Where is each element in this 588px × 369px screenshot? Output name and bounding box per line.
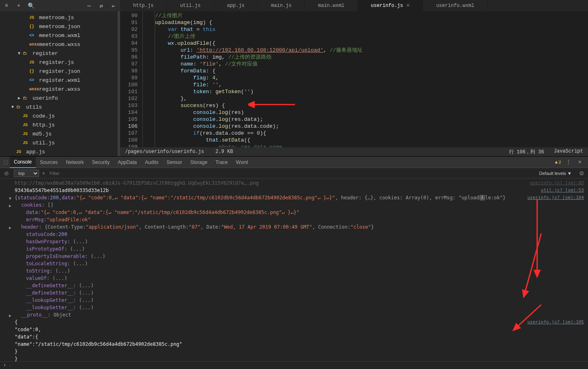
tab-label: userinfo.wxml xyxy=(436,3,474,9)
file-label: app.js xyxy=(26,149,45,155)
close-icon[interactable]: × xyxy=(407,2,410,9)
devtools-tab[interactable]: Wxml xyxy=(232,157,252,168)
file-type-icon: 🗀 xyxy=(23,96,31,100)
tree-item[interactable]: ▼🗀register xyxy=(0,49,120,58)
source-link[interactable]: userinfo.js? [sm]:85 xyxy=(530,180,584,186)
search-icon[interactable]: 🔍 xyxy=(27,2,35,10)
devtools-tab[interactable]: Sensor xyxy=(163,157,186,168)
editor-tab[interactable]: main.js xyxy=(258,0,305,11)
add-icon[interactable]: + xyxy=(15,2,23,10)
prompt-chevron-icon: › xyxy=(3,362,6,368)
console-output[interactable]: http://tmp/wx86a638a7a589e1b0.o6zAJs-G79… xyxy=(0,179,588,361)
file-label: register.js xyxy=(39,59,74,66)
devtools-tab[interactable]: Audits xyxy=(141,157,162,168)
settings-gear-icon[interactable]: ⚙ xyxy=(577,169,586,177)
tree-item[interactable]: JSapp.js xyxy=(0,147,120,156)
tree-item[interactable]: wxssregister.wxss xyxy=(0,85,120,94)
file-label: http.js xyxy=(33,122,55,128)
file-label: util.js xyxy=(33,140,55,146)
devtools-tab[interactable]: Trace xyxy=(212,157,232,168)
tab-label: http.js xyxy=(133,3,153,9)
collapse-icon[interactable]: ⇤ xyxy=(109,2,118,10)
expand-icon[interactable]: ▶ xyxy=(9,312,11,319)
editor-tab[interactable]: userinfo.wxml xyxy=(423,0,488,11)
tree-item[interactable]: JShttp.js xyxy=(0,120,120,129)
expand-icon[interactable]: ▼ xyxy=(9,195,11,202)
devtools-more-icon[interactable]: ⋮ xyxy=(564,158,573,166)
file-type-icon: <> xyxy=(29,33,37,38)
tab-label: userinfo.js xyxy=(371,3,403,9)
devtools-tab[interactable]: Network xyxy=(62,157,88,168)
tab-label: main.js xyxy=(271,3,291,9)
file-explorer: ≡ + 🔍 ⋯ ⇄ ⇤ JSmeetroom.js{}meetroom.json… xyxy=(0,0,120,156)
info-icon[interactable]: i xyxy=(479,195,485,201)
file-type-icon: JS xyxy=(23,123,31,127)
tree-item[interactable]: {}meetroom.json xyxy=(0,22,120,31)
tree-item[interactable]: JSutil.js xyxy=(0,138,120,147)
tree-item[interactable]: JSregister.js xyxy=(0,58,120,67)
sidebar-resize-handle[interactable] xyxy=(118,11,120,156)
devtools-tab[interactable]: Console xyxy=(10,157,36,168)
file-type-icon: wxss xyxy=(29,42,37,47)
tab-label: util.js xyxy=(180,3,200,9)
context-select[interactable]: top xyxy=(14,170,39,177)
editor-tab[interactable]: http.js xyxy=(120,0,167,11)
devtools-tab[interactable]: Security xyxy=(88,157,114,168)
devtools-close-icon[interactable]: × xyxy=(576,158,584,166)
file-label: userinfo xyxy=(33,95,58,101)
status-path: /pages/userinfo/userinfo.js xyxy=(125,149,204,155)
editor-tab[interactable]: util.js xyxy=(167,0,214,11)
editor-tab[interactable]: userinfo.js× xyxy=(358,0,423,11)
expand-icon[interactable]: ▶ xyxy=(9,225,11,231)
file-tree[interactable]: JSmeetroom.js{}meetroom.json<>meetroom.w… xyxy=(0,11,120,156)
menu-icon[interactable]: ≡ xyxy=(2,2,11,10)
file-label: md5.js xyxy=(33,131,52,137)
tree-item[interactable]: JSmd5.js xyxy=(0,129,120,138)
filter-input[interactable] xyxy=(48,170,533,177)
line-gutter: 9091929394959697989910010110210310410510… xyxy=(120,11,142,147)
code-editor[interactable]: //上传图片 uploadimage(img) { var that = thi… xyxy=(142,11,588,147)
expand-icon[interactable]: ▶ xyxy=(9,203,11,209)
status-cursor[interactable]: 行 106，列 36 xyxy=(509,148,544,155)
source-link[interactable]: userinfo.js? [sm]:104 xyxy=(527,194,584,201)
file-type-icon: JS xyxy=(23,141,31,145)
file-label: register.wxml xyxy=(39,77,80,83)
tree-item[interactable]: wxssmeetroom.wxss xyxy=(0,40,120,49)
log-levels[interactable]: Default levels ▼ xyxy=(537,171,574,176)
file-type-icon: JS xyxy=(23,114,31,118)
status-lang[interactable]: JavaScript xyxy=(554,148,583,155)
file-type-icon: <> xyxy=(29,78,37,83)
tab-label: main.wxml xyxy=(318,3,344,9)
inspect-icon[interactable]: ⬚ xyxy=(2,158,10,166)
file-label: meetroom.json xyxy=(39,24,80,30)
file-label: meetroom.wxml xyxy=(39,33,80,39)
tree-item[interactable]: <>meetroom.wxml xyxy=(0,31,120,40)
file-type-icon: 🗀 xyxy=(16,105,24,109)
tree-item[interactable]: <>register.wxml xyxy=(0,76,120,85)
devtools-tab[interactable]: Sources xyxy=(36,157,62,168)
warning-badge[interactable]: ▲ 2 xyxy=(555,160,561,165)
file-label: register.wxss xyxy=(39,86,80,92)
tree-item[interactable]: JScode.js xyxy=(0,111,120,120)
toggle-icon[interactable]: ⇄ xyxy=(97,2,105,10)
editor-tab[interactable]: main.wxml xyxy=(305,0,358,11)
editor-area: http.jsutil.jsapp.jsmain.jsmain.wxmluser… xyxy=(120,0,588,156)
console-prompt[interactable]: › . xyxy=(0,361,588,369)
file-label: utils xyxy=(26,104,42,110)
tree-item[interactable]: ▶🗀userinfo xyxy=(0,94,120,103)
tree-item[interactable]: {}register.json xyxy=(0,67,120,76)
editor-tabs: http.jsutil.jsapp.jsmain.jsmain.wxmluser… xyxy=(120,0,588,11)
devtools-tab[interactable]: AppData xyxy=(114,157,141,168)
source-link[interactable]: userinfo.js? [sm]:105 xyxy=(527,319,584,325)
file-type-icon: JS xyxy=(29,60,37,65)
devtools-tab[interactable]: Storage xyxy=(186,157,212,168)
tree-item[interactable]: JSmeetroom.js xyxy=(0,13,120,22)
devtools-panel: ⬚ ConsoleSourcesNetworkSecurityAppDataAu… xyxy=(0,157,588,369)
tab-label: app.js xyxy=(227,3,245,9)
clear-console-icon[interactable]: ⊘ xyxy=(2,169,11,177)
tree-item[interactable]: ▼🗀utils xyxy=(0,103,120,111)
more-icon[interactable]: ⋯ xyxy=(85,2,93,10)
file-label: meetroom.js xyxy=(39,15,74,21)
editor-tab[interactable]: app.js xyxy=(214,0,258,11)
source-link[interactable]: util.js? [sm]:53 xyxy=(541,187,584,194)
